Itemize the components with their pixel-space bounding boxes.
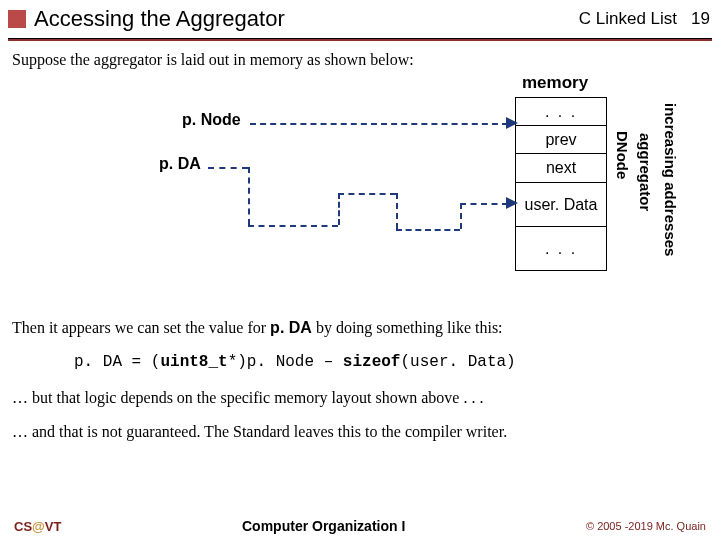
footer-at: @ <box>32 519 45 534</box>
and-text: … and that is not guaranteed. The Standa… <box>12 423 704 441</box>
intro-text: Suppose the aggregator is laid out in me… <box>12 51 704 69</box>
footer-cs: CS <box>14 519 32 534</box>
code-lhs: p. DA = ( <box>74 353 160 371</box>
pnode-label: p. Node <box>182 111 241 129</box>
pda-arrowhead-icon <box>506 197 518 209</box>
code-kw-uint8: uint8_t <box>160 353 227 371</box>
title-bullet-icon <box>8 10 26 28</box>
memory-stack: . . . prev next user. Data . . . <box>515 97 607 271</box>
pda-arrow-seg4 <box>338 193 340 225</box>
pda-arrow-seg8 <box>460 203 462 229</box>
code-tail: (user. Data) <box>400 353 515 371</box>
code-kw-sizeof: sizeof <box>343 353 401 371</box>
then-text-pda: p. DA <box>270 319 312 336</box>
memory-cell-dots-bottom: . . . <box>516 227 606 270</box>
aggregator-brace-label: aggregator <box>637 133 654 243</box>
code-mid: *)p. Node – <box>228 353 343 371</box>
chapter-label: C Linked List <box>579 9 677 29</box>
slide-header: Accessing the Aggregator C Linked List 1… <box>0 0 720 36</box>
pda-label: p. DA <box>159 155 201 173</box>
footer-course: Computer Organization I <box>242 518 405 534</box>
page-number: 19 <box>691 9 710 29</box>
slide-footer: CS@VT Computer Organization I © 2005 -20… <box>0 518 720 534</box>
pda-arrow-seg5 <box>338 193 396 195</box>
but-text: … but that logic depends on the specific… <box>12 389 704 407</box>
memory-cell-userdata: user. Data <box>516 183 606 227</box>
pda-arrow-seg1 <box>208 167 248 169</box>
pda-arrow-seg6 <box>396 193 398 229</box>
memory-figure: memory . . . prev next user. Data . . . … <box>12 73 704 313</box>
memory-cell-next: next <box>516 154 606 182</box>
footer-copyright: © 2005 -2019 Mc. Quain <box>586 520 706 532</box>
slide-title: Accessing the Aggregator <box>34 6 579 32</box>
code-line: p. DA = (uint8_t*)p. Node – sizeof(user.… <box>74 353 704 371</box>
pda-arrow-seg7 <box>396 229 460 231</box>
then-text: Then it appears we can set the value for… <box>12 319 704 337</box>
pda-arrow-seg3 <box>248 225 338 227</box>
pda-arrow-seg9 <box>460 203 508 205</box>
memory-heading: memory <box>522 73 588 93</box>
memory-cell-prev: prev <box>516 126 606 154</box>
pda-arrow-seg2 <box>248 167 250 225</box>
dnode-brace-label: DNode <box>614 131 631 191</box>
pnode-arrow-line <box>250 123 508 125</box>
footer-vt: VT <box>45 519 62 534</box>
memory-cell-dots-top: . . . <box>516 98 606 126</box>
increasing-addresses-label: increasing addresses <box>662 103 679 293</box>
then-text-pre: Then it appears we can set the value for <box>12 319 270 336</box>
then-text-post: by doing something like this: <box>312 319 503 336</box>
pnode-arrowhead-icon <box>506 117 518 129</box>
slide-body: Suppose the aggregator is laid out in me… <box>0 41 720 441</box>
footer-left: CS@VT <box>14 519 61 534</box>
